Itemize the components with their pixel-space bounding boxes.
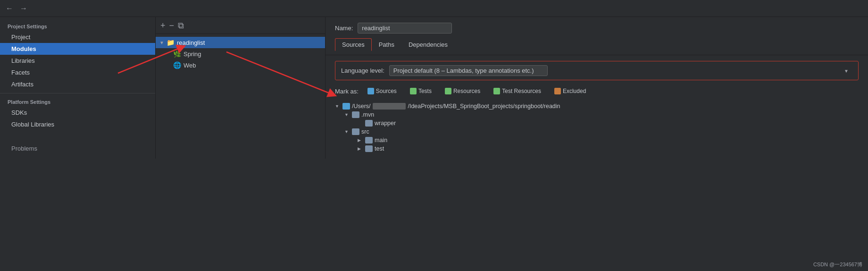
ft-arrow-wrapper: ▼ (358, 121, 363, 126)
mark-test-resources-label: Test Resources (502, 88, 541, 94)
sidebar: Project Settings Project Modules Librari… (0, 17, 156, 159)
file-tree-root[interactable]: ▼ /Users/ ████████ /IdeaProjects/MSB_Spr… (335, 102, 859, 110)
mark-as-resources-button[interactable]: Resources (441, 86, 484, 96)
file-tree-mvn[interactable]: ▼ .mvn (335, 110, 859, 119)
sources-color-icon (367, 88, 374, 94)
right-content: Language level: Project default (8 – Lam… (326, 55, 868, 159)
copy-module-button[interactable]: ⧉ (178, 21, 184, 30)
ft-arrow-main: ▶ (358, 138, 363, 143)
top-toolbar: ← → (0, 0, 868, 17)
tab-dependencies[interactable]: Dependencies (401, 38, 455, 51)
sidebar-item-problems[interactable]: Problems (0, 142, 155, 155)
tests-color-icon (410, 88, 417, 94)
name-row: Name: (335, 23, 859, 34)
language-level-label: Language level: (341, 67, 384, 74)
resources-color-icon (445, 88, 451, 94)
ft-arrow-src: ▼ (344, 129, 350, 134)
language-level-select[interactable]: Project default (8 – Lambdas, type annot… (389, 65, 548, 76)
mark-as-label: Mark as: (335, 88, 359, 95)
mark-resources-label: Resources (453, 88, 480, 94)
ft-folder-mvn-icon (352, 111, 359, 118)
ft-src-label: src (361, 128, 369, 135)
name-input[interactable] (358, 23, 452, 34)
ft-folder-wrapper-icon (365, 120, 373, 127)
ft-root-path-blurred: ████████ (373, 103, 406, 110)
module-spring-label: Spring (184, 51, 201, 58)
add-module-button[interactable]: + (160, 21, 166, 30)
name-label: Name: (335, 25, 353, 32)
module-toolbar: + − ⧉ (156, 17, 325, 34)
language-level-row: Language level: Project default (8 – Lam… (335, 61, 859, 80)
web-icon: 🌐 (173, 61, 181, 69)
ft-folder-root-icon (342, 103, 350, 110)
module-spring-item[interactable]: 🌿 Spring (156, 48, 325, 59)
watermark: CSDN @一234567博 (813, 261, 862, 268)
ft-arrow-mvn: ▼ (344, 112, 350, 117)
module-root-item[interactable]: ▼ 📁 readinglist (156, 37, 325, 48)
tabs-row: Sources Paths Dependencies (335, 38, 859, 51)
ft-test-label: test (375, 145, 384, 152)
forward-button[interactable]: → (18, 3, 29, 14)
back-button[interactable]: ← (4, 3, 15, 14)
tab-paths[interactable]: Paths (372, 38, 401, 51)
project-settings-title: Project Settings (0, 21, 155, 31)
ft-folder-main-icon (365, 137, 373, 144)
ft-root-path-end: /IdeaProjects/MSB_SpringBoot_projects/sp… (408, 103, 560, 110)
sidebar-divider (0, 93, 155, 93)
tree-arrow-root: ▼ (159, 40, 166, 45)
spring-icon: 🌿 (173, 50, 181, 58)
sidebar-item-artifacts[interactable]: Artifacts (0, 78, 155, 90)
file-tree-test[interactable]: ▶ test (335, 144, 859, 153)
mark-sources-label: Sources (376, 88, 397, 94)
language-level-select-wrapper: Project default (8 – Lambdas, type annot… (389, 65, 852, 76)
ft-main-label: main (375, 137, 387, 144)
mark-as-row: Mark as: Sources Tests Resources (335, 86, 859, 96)
module-root-label: readinglist (177, 39, 205, 46)
file-tree-src[interactable]: ▼ src (335, 127, 859, 136)
ft-mvn-label: .mvn (361, 111, 374, 118)
main-area: Project Settings Project Modules Librari… (0, 17, 868, 159)
ft-wrapper-label: wrapper (375, 120, 396, 127)
platform-settings-title: Platform Settings (0, 96, 155, 107)
ft-root-path-start: /Users/ (352, 103, 371, 110)
file-tree-main[interactable]: ▶ main (335, 136, 859, 144)
mark-as-tests-button[interactable]: Tests (406, 86, 436, 96)
ft-folder-src-icon (352, 128, 359, 135)
test-resources-color-icon (493, 88, 500, 94)
module-panel: + − ⧉ ▼ 📁 readinglist 🌿 Spring 🌐 (156, 17, 326, 159)
ft-arrow-test: ▶ (358, 146, 363, 151)
module-web-label: Web (184, 62, 196, 69)
mark-as-test-resources-button[interactable]: Test Resources (489, 86, 545, 96)
module-web-item[interactable]: 🌐 Web (156, 59, 325, 71)
mark-as-excluded-button[interactable]: Excluded (550, 86, 590, 96)
mark-as-sources-button[interactable]: Sources (363, 86, 401, 96)
sidebar-item-facets[interactable]: Facets (0, 67, 155, 78)
sidebar-item-project[interactable]: Project (0, 31, 155, 43)
file-tree: ▼ /Users/ ████████ /IdeaProjects/MSB_Spr… (335, 102, 859, 153)
sidebar-item-libraries[interactable]: Libraries (0, 55, 155, 67)
right-header: Name: Sources Paths Dependencies (326, 17, 868, 55)
ft-arrow-root: ▼ (335, 104, 341, 109)
module-tree: ▼ 📁 readinglist 🌿 Spring 🌐 Web (156, 34, 325, 159)
sidebar-item-modules[interactable]: Modules (0, 43, 155, 55)
mark-excluded-label: Excluded (563, 88, 586, 94)
tab-sources[interactable]: Sources (335, 38, 372, 51)
sidebar-item-sdks[interactable]: SDKs (0, 107, 155, 119)
mark-tests-label: Tests (418, 88, 432, 94)
file-tree-wrapper[interactable]: ▼ wrapper (335, 119, 859, 127)
sidebar-item-global-libraries[interactable]: Global Libraries (0, 119, 155, 130)
right-panel: Name: Sources Paths Dependencies Languag… (326, 17, 868, 159)
excluded-color-icon (554, 88, 561, 94)
remove-module-button[interactable]: − (169, 21, 175, 30)
ft-folder-test-icon (365, 145, 373, 152)
folder-icon: 📁 (166, 38, 175, 47)
